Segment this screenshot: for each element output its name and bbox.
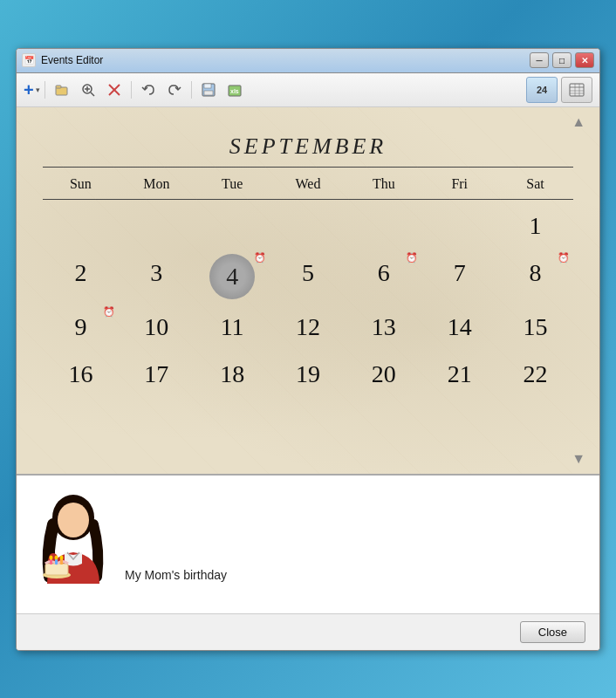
svg-point-27 (55, 555, 58, 559)
day-3[interactable]: 3 (119, 254, 195, 299)
zoom-button[interactable] (76, 79, 100, 101)
day-13[interactable]: 13 (346, 308, 421, 346)
day-empty-3 (195, 207, 270, 245)
weekday-sat: Sat (497, 173, 573, 195)
svg-line-3 (91, 92, 94, 96)
event-item: My Mom's birthday (34, 489, 582, 585)
calendar-grid: 1 2 3 4 ⏰ 5 ⏰ 6 7 ⏰ 8 ⏰ 9 10 1 (43, 207, 573, 393)
svg-rect-22 (45, 564, 68, 575)
day-20[interactable]: 20 (346, 355, 421, 393)
weekday-fri: Fri (421, 173, 497, 195)
view-day-button[interactable]: 24 (526, 77, 558, 103)
scroll-up-button[interactable]: ▲ (572, 114, 585, 130)
weekday-sun: Sun (43, 173, 119, 195)
svg-rect-9 (204, 84, 211, 88)
weekday-mon: Mon (119, 173, 195, 195)
delete-button[interactable] (102, 79, 127, 101)
day-5[interactable]: 5 (270, 254, 346, 299)
window-close-button[interactable]: ✕ (575, 52, 594, 68)
title-bar: 📅 Events Editor ─ □ ✕ (17, 49, 599, 73)
svg-rect-1 (56, 86, 61, 88)
day-empty-6 (421, 207, 497, 245)
day-18[interactable]: 18 (195, 355, 270, 393)
day-12[interactable]: 12 (270, 308, 346, 346)
redo-button[interactable] (162, 79, 187, 101)
calendar-weekdays: Sun Mon Tue Wed Thu Fri Sat (43, 173, 573, 195)
day-empty-1 (43, 207, 119, 245)
svg-text:xls: xls (230, 88, 239, 94)
day-22[interactable]: 22 (497, 355, 573, 393)
day-4-label: 4 (226, 263, 238, 291)
day-21[interactable]: 21 (421, 355, 497, 393)
weekday-wed: Wed (270, 173, 346, 195)
toolbar-separator-3 (191, 81, 192, 99)
window-icon: 📅 (22, 53, 36, 67)
day-9-alarm-icon: ⏰ (103, 306, 115, 318)
title-bar-left: 📅 Events Editor (22, 53, 103, 67)
close-button[interactable]: Close (520, 621, 585, 643)
day-6-alarm-icon: ⏰ (406, 252, 418, 263)
day-empty-2 (119, 207, 195, 245)
day-2[interactable]: 2 (43, 254, 119, 299)
add-dropdown-arrow[interactable]: ▾ (36, 86, 40, 94)
view-month-button[interactable] (561, 77, 592, 103)
event-avatar (34, 489, 113, 585)
view-day-label: 24 (537, 85, 547, 95)
toolbar-left: + ▾ (24, 79, 247, 101)
scroll-down-button[interactable]: ▼ (572, 451, 585, 467)
day-14[interactable]: 14 (421, 308, 497, 346)
day-7[interactable]: 7 (421, 254, 497, 299)
day-1[interactable]: 1 (497, 207, 573, 245)
day-11[interactable]: 11 (195, 308, 270, 346)
weekday-thu: Thu (346, 173, 421, 195)
calendar-area: ▲ ▼ SEPTEMBER Sun Mon Tue Wed Thu Fri Sa… (17, 107, 599, 474)
toolbar-separator-1 (44, 81, 45, 99)
open-button[interactable] (50, 79, 74, 101)
day-empty-4 (270, 207, 346, 245)
day-8-alarm-icon: ⏰ (558, 252, 570, 263)
day-10[interactable]: 10 (119, 308, 195, 346)
day-19[interactable]: 19 (270, 355, 346, 393)
day-empty-5 (346, 207, 421, 245)
add-button[interactable]: + (24, 81, 34, 99)
weekday-tue: Tue (195, 173, 270, 195)
svg-point-20 (58, 503, 89, 537)
day-16[interactable]: 16 (43, 355, 119, 393)
svg-point-28 (60, 555, 64, 559)
save-button[interactable] (196, 79, 221, 101)
event-label: My Mom's birthday (125, 568, 227, 585)
calendar-month: SEPTEMBER (34, 133, 582, 160)
main-window: 📅 Events Editor ─ □ ✕ + ▾ (16, 48, 600, 651)
toolbar: + ▾ (17, 73, 599, 107)
event-title: My Mom's birthday (125, 568, 227, 582)
undo-button[interactable] (136, 79, 161, 101)
svg-rect-13 (570, 84, 584, 96)
window-title: Events Editor (41, 54, 103, 66)
maximize-button[interactable]: □ (552, 52, 572, 68)
day-4-selected[interactable]: 4 ⏰ (209, 254, 255, 299)
day-15[interactable]: 15 (497, 308, 573, 346)
title-controls: ─ □ ✕ (530, 52, 594, 68)
footer: Close (17, 613, 599, 650)
day-4-alarm-icon: ⏰ (254, 252, 266, 263)
export-button[interactable]: xls (222, 79, 247, 101)
month-divider (43, 167, 573, 168)
day-6[interactable]: ⏰ 6 (346, 254, 421, 299)
svg-point-26 (50, 555, 53, 559)
svg-rect-10 (204, 91, 213, 95)
day-17[interactable]: 17 (119, 355, 195, 393)
weekday-divider (43, 199, 573, 200)
day-8[interactable]: ⏰ 8 (497, 254, 573, 299)
day-9[interactable]: ⏰ 9 (43, 308, 119, 346)
event-panel: My Mom's birthday (17, 474, 599, 613)
add-button-group: + ▾ (24, 81, 40, 99)
toolbar-right: 24 (526, 77, 592, 103)
minimize-button[interactable]: ─ (530, 52, 549, 68)
toolbar-separator-2 (131, 81, 132, 99)
